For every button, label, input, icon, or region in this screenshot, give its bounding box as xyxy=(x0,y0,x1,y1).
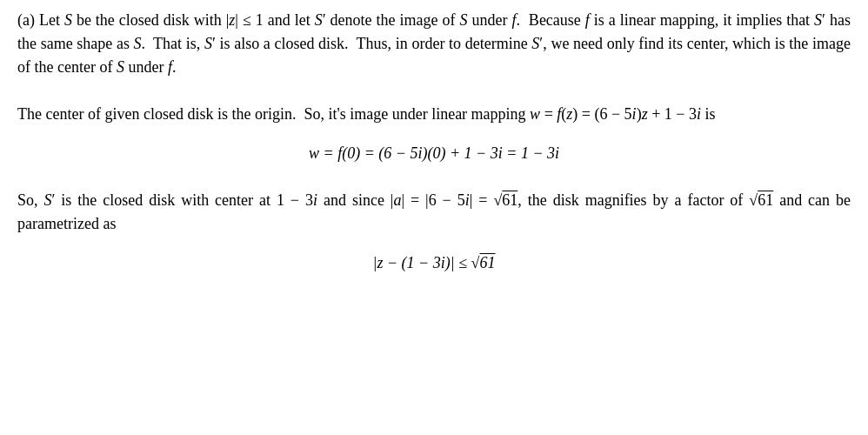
part-label: (a) xyxy=(17,11,39,29)
paragraph-2: The center of given closed disk is the o… xyxy=(17,103,851,126)
math-content: (a) Let S be the closed disk with |z| ≤ … xyxy=(17,9,851,275)
paragraph-1: (a) Let S be the closed disk with |z| ≤ … xyxy=(17,9,851,79)
equation-2-text: |z − (1 − 3i)| ≤ √61 xyxy=(373,254,496,271)
paragraph-2-text: The center of given closed disk is the o… xyxy=(17,105,715,123)
paragraph-3: So, S′ is the closed disk with center at… xyxy=(17,189,851,236)
equation-1-text: w = f(0) = (6 − 5i)(0) + 1 − 3i = 1 − 3i xyxy=(309,144,559,162)
equation-1: w = f(0) = (6 − 5i)(0) + 1 − 3i = 1 − 3i xyxy=(17,142,851,165)
equation-2: |z − (1 − 3i)| ≤ √61 xyxy=(17,251,851,275)
text-let: Let S be the closed disk with |z| ≤ 1 an… xyxy=(17,11,851,76)
paragraph-3-text: So, S′ is the closed disk with center at… xyxy=(17,191,851,232)
